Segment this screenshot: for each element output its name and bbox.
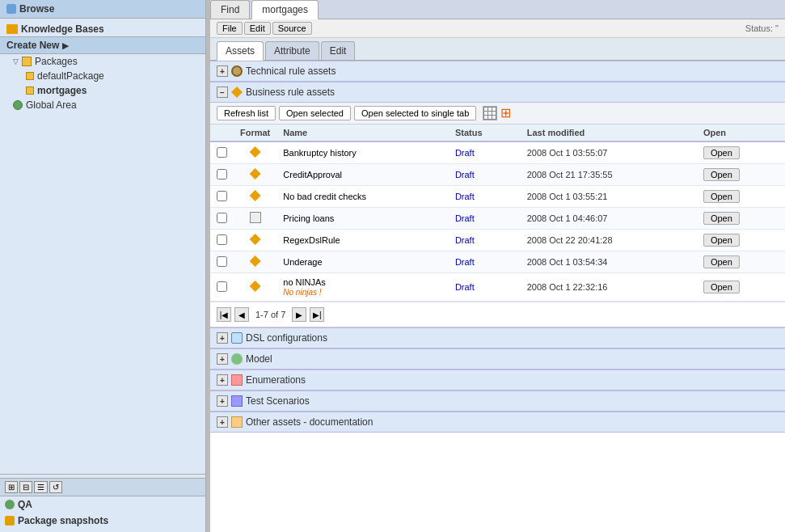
row-open-cell: Open bbox=[697, 141, 785, 164]
expand-enum-btn[interactable]: + bbox=[217, 374, 228, 386]
section-technical-rules[interactable]: + Technical rule assets bbox=[210, 61, 785, 82]
dsl-icon bbox=[231, 332, 243, 344]
row-status[interactable]: Draft bbox=[455, 148, 475, 158]
sidebar-toolbar: ⊞ ⊟ ☰ ↺ bbox=[0, 478, 205, 496]
row-open-btn[interactable]: Open bbox=[703, 281, 740, 293]
table-row: Pricing loans Draft 2008 Oct 1 04:46:07 … bbox=[210, 208, 785, 230]
col-status: Status bbox=[449, 125, 521, 141]
qa-icon bbox=[5, 500, 15, 509]
toolbar-file-btn[interactable]: File bbox=[217, 22, 243, 35]
sidebar-item-default-package[interactable]: defaultPackage bbox=[0, 69, 205, 83]
page-last-btn[interactable]: ▶| bbox=[310, 307, 324, 322]
row-open-btn[interactable]: Open bbox=[703, 212, 740, 225]
expand-technical-btn[interactable]: + bbox=[217, 65, 228, 77]
sidebar-kb-item[interactable]: Knowledge Bases bbox=[0, 22, 205, 36]
sidebar-item-mortgages[interactable]: mortgages bbox=[0, 83, 205, 98]
page-next-btn[interactable]: ▶ bbox=[292, 307, 306, 322]
col-checkbox bbox=[210, 125, 234, 141]
pagination: |◀ ◀ 1-7 of 7 ▶ ▶| bbox=[210, 302, 785, 327]
sidebar-expand-btn[interactable]: ⊞ bbox=[5, 481, 18, 493]
row-open-btn[interactable]: Open bbox=[703, 146, 740, 159]
section-enumerations[interactable]: + Enumerations bbox=[210, 369, 785, 391]
section-business-rules-header[interactable]: − Business rule assets bbox=[210, 82, 785, 103]
sidebar-item-package-snapshots[interactable]: Package snapshots bbox=[0, 513, 205, 529]
sidebar-collapse-btn[interactable]: ⊟ bbox=[19, 481, 32, 493]
row-status[interactable]: Draft bbox=[455, 282, 475, 292]
create-new-bar[interactable]: Create New ▶ bbox=[0, 36, 205, 54]
tab-find[interactable]: Find bbox=[210, 0, 250, 19]
open-single-tab-btn[interactable]: Open selected to single tab bbox=[354, 106, 476, 120]
row-open-btn[interactable]: Open bbox=[703, 190, 740, 203]
inner-tab-attribute[interactable]: Attribute bbox=[265, 41, 319, 60]
row-checkbox[interactable] bbox=[217, 234, 227, 245]
col-open: Open bbox=[697, 125, 785, 141]
section-dsl[interactable]: + DSL configurations bbox=[210, 327, 785, 348]
toolbar-source-btn[interactable]: Source bbox=[272, 22, 312, 35]
row-name[interactable]: CreditApproval bbox=[283, 170, 342, 179]
sidebar-browse-header[interactable]: Browse bbox=[0, 0, 205, 19]
row-checkbox[interactable] bbox=[217, 147, 227, 158]
row-status[interactable]: Draft bbox=[455, 235, 475, 245]
sidebar-bottom: ⊞ ⊟ ☰ ↺ QA Package snapshots bbox=[0, 474, 205, 532]
row-status[interactable]: Draft bbox=[455, 213, 475, 223]
grid-icon[interactable] bbox=[483, 106, 497, 120]
inner-tab-assets[interactable]: Assets bbox=[217, 41, 264, 61]
sidebar-item-qa[interactable]: QA bbox=[0, 496, 205, 513]
model-icon bbox=[231, 353, 243, 365]
enum-label: Enumerations bbox=[246, 374, 306, 386]
table-row: No bad credit checks Draft 2008 Oct 1 03… bbox=[210, 186, 785, 208]
page-prev-btn[interactable]: ◀ bbox=[234, 307, 249, 322]
row-checkbox-cell bbox=[210, 186, 234, 208]
inner-tab-edit[interactable]: Edit bbox=[321, 41, 356, 60]
row-name[interactable]: No bad credit checks bbox=[283, 192, 366, 201]
sidebar-item-global-area[interactable]: Global Area bbox=[0, 98, 205, 112]
row-last-modified: 2008 Oct 1 04:46:07 bbox=[527, 213, 608, 223]
row-last-modified-cell: 2008 Oct 21 17:35:55 bbox=[521, 164, 697, 186]
package-snapshots-label: Package snapshots bbox=[18, 515, 108, 526]
tab-find-label: Find bbox=[221, 4, 239, 15]
row-checkbox[interactable] bbox=[217, 281, 227, 292]
row-checkbox[interactable] bbox=[217, 256, 227, 267]
sidebar-kb-section: Knowledge Bases Create New ▶ ▽ Packages … bbox=[0, 19, 205, 116]
row-status[interactable]: Draft bbox=[455, 192, 475, 201]
expand-other-btn[interactable]: + bbox=[217, 416, 228, 428]
row-name-cell: no NINJAsNo ninjas ! bbox=[276, 273, 449, 302]
row-status[interactable]: Draft bbox=[455, 257, 475, 267]
row-last-modified: 2008 Oct 21 17:35:55 bbox=[527, 170, 613, 179]
enum-icon bbox=[231, 374, 243, 386]
row-checkbox[interactable] bbox=[217, 191, 227, 201]
row-name-cell: CreditApproval bbox=[276, 164, 449, 186]
row-status-cell: Draft bbox=[449, 230, 521, 251]
row-name[interactable]: Bankruptcy history bbox=[283, 148, 356, 158]
expand-test-btn[interactable]: + bbox=[217, 395, 228, 407]
sidebar-list-btn[interactable]: ☰ bbox=[34, 481, 48, 493]
refresh-list-btn[interactable]: Refresh list bbox=[217, 106, 276, 120]
row-checkbox[interactable] bbox=[217, 169, 227, 179]
row-name[interactable]: RegexDslRule bbox=[283, 235, 340, 245]
row-name[interactable]: Underage bbox=[283, 257, 322, 267]
row-open-btn[interactable]: Open bbox=[703, 168, 740, 181]
collapse-business-btn[interactable]: − bbox=[217, 87, 228, 98]
expand-model-btn[interactable]: + bbox=[217, 353, 228, 365]
section-other-assets[interactable]: + Other assets - documentation bbox=[210, 412, 785, 433]
section-test-scenarios[interactable]: + Test Scenarios bbox=[210, 391, 785, 412]
row-open-btn[interactable]: Open bbox=[703, 234, 740, 247]
open-selected-btn[interactable]: Open selected bbox=[279, 106, 351, 120]
rss-icon[interactable]: ⊞ bbox=[500, 106, 515, 120]
tab-mortgages[interactable]: mortgages bbox=[251, 0, 319, 19]
inner-tabs: Assets Attribute Edit bbox=[210, 38, 785, 61]
row-status[interactable]: Draft bbox=[455, 170, 475, 179]
row-open-btn[interactable]: Open bbox=[703, 255, 740, 268]
toolbar-edit-btn[interactable]: Edit bbox=[244, 22, 271, 35]
expand-dsl-btn[interactable]: + bbox=[217, 332, 228, 344]
row-last-modified-cell: 2008 Oct 22 20:41:28 bbox=[521, 230, 697, 251]
row-checkbox-cell bbox=[210, 273, 234, 302]
section-model[interactable]: + Model bbox=[210, 348, 785, 369]
sidebar-refresh-btn[interactable]: ↺ bbox=[49, 481, 62, 493]
row-name[interactable]: Pricing loans bbox=[283, 213, 334, 223]
row-open-cell: Open bbox=[697, 251, 785, 273]
page-first-btn[interactable]: |◀ bbox=[217, 307, 231, 322]
row-checkbox[interactable] bbox=[217, 213, 227, 223]
row-name[interactable]: no NINJAs bbox=[283, 277, 326, 287]
sidebar-item-packages[interactable]: ▽ Packages bbox=[0, 54, 205, 69]
